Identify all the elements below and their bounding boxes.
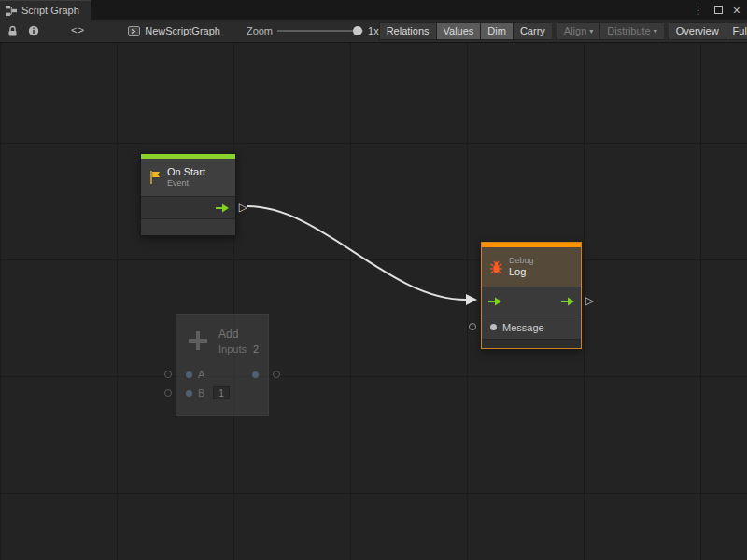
graph-toolbar: <> NewScriptGraph Zoom 1x Relations Valu…: [0, 20, 747, 43]
input-row-b: B 1: [176, 384, 268, 402]
kebab-menu-icon[interactable]: ⋮: [693, 4, 704, 17]
distribute-label: Distribute: [607, 25, 650, 36]
connection-layer: [0, 43, 747, 560]
connection-wire[interactable]: [247, 206, 466, 300]
flag-icon: [148, 170, 162, 185]
node-subtitle: Event: [167, 178, 205, 189]
trigger-arrow-icon[interactable]: [215, 203, 230, 213]
trigger-output-row: [141, 196, 235, 218]
dim-button[interactable]: Dim: [480, 22, 513, 40]
info-icon[interactable]: [28, 25, 39, 36]
flow-ports-row: [482, 287, 581, 315]
close-icon[interactable]: ×: [733, 4, 740, 17]
overview-button[interactable]: Overview: [669, 22, 726, 40]
lock-icon[interactable]: [7, 25, 18, 37]
connection-arrowhead: [466, 294, 477, 305]
node-footer: [176, 402, 268, 415]
graph-asset[interactable]: NewScriptGraph: [128, 25, 220, 37]
node-header[interactable]: Debug Log: [482, 247, 581, 287]
node-add-ghost[interactable]: Add Inputs 2 A B 1: [176, 314, 269, 416]
zoom-label: Zoom: [247, 25, 273, 36]
node-title: On Start: [167, 166, 205, 178]
sum-output-port[interactable]: [252, 371, 259, 378]
message-input-port[interactable]: [490, 324, 497, 330]
graph-asset-name: NewScriptGraph: [145, 25, 220, 36]
zoom-slider-thumb[interactable]: [353, 26, 362, 35]
fullscreen-button[interactable]: Full S: [726, 22, 747, 40]
outer-port-sum[interactable]: [273, 371, 280, 378]
graph-canvas[interactable]: On Start Event ▷: [0, 43, 747, 560]
graph-tab-icon: [6, 6, 17, 16]
port-b-input[interactable]: [186, 390, 192, 397]
node-title: Add: [218, 328, 259, 341]
script-graph-window: Script Graph ⋮ × <>: [0, 0, 747, 560]
code-view-icon[interactable]: <>: [71, 25, 85, 36]
zoom-slider-track: [277, 30, 363, 32]
relations-button[interactable]: Relations: [379, 22, 436, 40]
outer-port-a[interactable]: [164, 371, 172, 378]
carry-button[interactable]: Carry: [513, 22, 552, 40]
tab-title: Script Graph: [21, 5, 79, 16]
window-controls: ⋮ ×: [693, 0, 747, 20]
node-title: Log: [509, 266, 534, 278]
inputs-label: Inputs: [218, 343, 247, 355]
distribute-dropdown[interactable]: Distribute ▾: [599, 22, 663, 40]
node-header: Add Inputs 2: [176, 315, 268, 365]
node-category: Debug: [509, 256, 534, 266]
bug-icon: [489, 260, 503, 274]
trigger-output-arrow-icon[interactable]: [560, 297, 575, 306]
zoom-value: 1x: [368, 25, 379, 36]
values-button[interactable]: Values: [436, 22, 481, 40]
port-b-value-field[interactable]: 1: [213, 386, 230, 399]
message-port-row: Message: [482, 315, 581, 339]
node-footer: [482, 339, 581, 348]
node-footer: [141, 218, 235, 235]
trigger-input-arrow-icon[interactable]: [487, 297, 502, 306]
align-dropdown[interactable]: Align ▾: [557, 22, 599, 40]
node-header[interactable]: On Start Event: [141, 159, 235, 196]
port-b-label: B: [198, 387, 204, 399]
input-row-a: A: [176, 365, 268, 384]
debug-output-port[interactable]: ▷: [585, 295, 594, 306]
message-outer-port[interactable]: [469, 323, 476, 330]
port-a-label: A: [198, 369, 204, 380]
maximize-icon[interactable]: [714, 6, 723, 14]
align-label: Align: [564, 25, 586, 36]
toolbar-button-group: Relations Values Dim Carry Align ▾ Distr…: [379, 20, 747, 43]
outer-port-b[interactable]: [164, 389, 172, 397]
node-debug-log[interactable]: Debug Log: [481, 242, 582, 349]
chevron-down-icon: ▾: [589, 27, 593, 35]
port-a-input[interactable]: [186, 371, 192, 378]
chevron-down-icon: ▾: [654, 27, 657, 35]
titlebar: Script Graph ⋮ ×: [0, 0, 747, 20]
zoom-slider[interactable]: [277, 24, 363, 37]
on-start-output-port[interactable]: ▷: [239, 202, 247, 213]
tab-script-graph[interactable]: Script Graph: [0, 0, 91, 20]
inputs-value[interactable]: 2: [253, 343, 259, 355]
message-port-label: Message: [502, 322, 544, 333]
script-graph-asset-icon: [128, 25, 140, 37]
node-on-start[interactable]: On Start Event ▷: [140, 153, 236, 236]
plus-icon: [186, 329, 210, 353]
